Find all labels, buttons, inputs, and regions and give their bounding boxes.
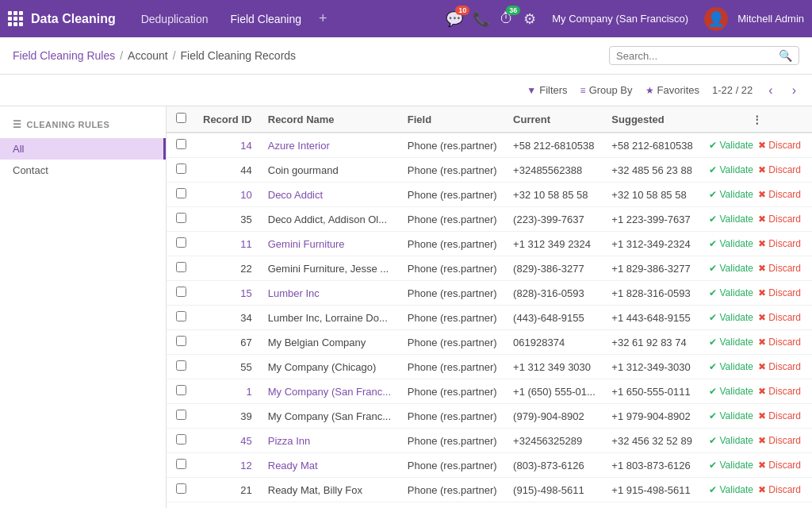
record-id-link[interactable]: 14	[240, 140, 251, 152]
discard-button[interactable]: ✖ Discard	[758, 312, 801, 323]
row-actions: ✔ Validate✖ Discard	[709, 435, 804, 446]
row-checkbox[interactable]	[176, 360, 186, 371]
timer-button[interactable]: ⏱ 36	[500, 10, 514, 27]
table-row: 39My Company (San Franc...Phone (res.par…	[167, 404, 812, 429]
row-checkbox[interactable]	[176, 287, 186, 297]
discard-button[interactable]: ✖ Discard	[758, 361, 801, 372]
row-checkbox[interactable]	[176, 459, 186, 469]
record-name-link[interactable]: Deco Addict	[268, 189, 323, 201]
favorites-button[interactable]: ★ Favorites	[645, 84, 699, 96]
record-name-link[interactable]: My Company (San Franc...	[268, 386, 391, 398]
row-checkbox[interactable]	[176, 237, 186, 248]
sidebar-item-contact[interactable]: Contact	[0, 160, 166, 181]
discard-button[interactable]: ✖ Discard	[758, 214, 801, 225]
discard-button[interactable]: ✖ Discard	[758, 164, 801, 175]
record-id-link[interactable]: 15	[240, 287, 251, 299]
row-checkbox[interactable]	[176, 139, 186, 149]
discard-button[interactable]: ✖ Discard	[758, 460, 801, 471]
menu-icon: ☰	[13, 119, 22, 130]
record-id-link[interactable]: 45	[240, 435, 251, 447]
record-id-link[interactable]: 10	[240, 189, 251, 201]
validate-button[interactable]: ✔ Validate	[709, 164, 753, 175]
discard-button[interactable]: ✖ Discard	[758, 263, 801, 274]
row-checkbox[interactable]	[176, 434, 186, 444]
avatar[interactable]: 👤	[704, 7, 728, 31]
discard-button[interactable]: ✖ Discard	[758, 140, 801, 151]
validate-button[interactable]: ✔ Validate	[709, 214, 753, 225]
row-checkbox[interactable]	[176, 164, 186, 174]
record-name: My Company (Chicago)	[260, 355, 400, 379]
sidebar-header: ☰ Cleaning Rules	[0, 116, 166, 138]
row-checkbox[interactable]	[176, 410, 186, 420]
grid-icon[interactable]	[8, 11, 23, 26]
row-checkbox[interactable]	[176, 483, 186, 494]
validate-button[interactable]: ✔ Validate	[709, 484, 753, 495]
discard-button[interactable]: ✖ Discard	[758, 386, 801, 397]
validate-button[interactable]: ✔ Validate	[709, 263, 753, 274]
record-name-link[interactable]: Pizza Inn	[268, 435, 310, 447]
discard-button[interactable]: ✖ Discard	[758, 189, 801, 200]
discard-button[interactable]: ✖ Discard	[758, 238, 801, 249]
field-value: Phone (res.partner)	[400, 429, 505, 453]
discard-button[interactable]: ✖ Discard	[758, 337, 801, 348]
discard-button[interactable]: ✖ Discard	[758, 410, 801, 421]
breadcrumb-sep-1: /	[120, 49, 123, 62]
nav-deduplication[interactable]: Deduplication	[132, 10, 218, 29]
field-value: Phone (res.partner)	[400, 207, 505, 232]
breadcrumb-field-cleaning-rules[interactable]: Field Cleaning Rules	[13, 49, 115, 62]
filters-button[interactable]: ▼ Filters	[527, 84, 567, 96]
col-actions-header[interactable]: ⋮	[701, 106, 812, 133]
suggested-value: +1 828-316-0593	[603, 281, 701, 306]
validate-button[interactable]: ✔ Validate	[709, 312, 753, 323]
current-value: +58 212-6810538	[505, 133, 603, 158]
group-by-button[interactable]: ≡ Group By	[580, 84, 633, 96]
table-row: 44Coin gourmandPhone (res.partner)+32485…	[167, 158, 812, 183]
row-actions: ✔ Validate✖ Discard	[709, 484, 804, 495]
breadcrumb-bar: Field Cleaning Rules / Account / Field C…	[0, 37, 812, 75]
validate-button[interactable]: ✔ Validate	[709, 361, 753, 372]
validate-button[interactable]: ✔ Validate	[709, 410, 753, 421]
row-checkbox[interactable]	[176, 336, 186, 346]
next-page-button[interactable]: ›	[789, 83, 799, 98]
validate-button[interactable]: ✔ Validate	[709, 386, 753, 397]
record-id-link[interactable]: 1	[247, 386, 252, 398]
row-checkbox[interactable]	[176, 311, 186, 321]
validate-button[interactable]: ✔ Validate	[709, 460, 753, 471]
record-id: 21	[195, 478, 260, 502]
discard-button[interactable]: ✖ Discard	[758, 287, 801, 298]
current-value: 061928374	[505, 330, 603, 355]
prev-page-button[interactable]: ‹	[765, 83, 776, 98]
row-checkbox[interactable]	[176, 262, 186, 272]
validate-button[interactable]: ✔ Validate	[709, 238, 753, 249]
record-name-link[interactable]: Lumber Inc	[268, 287, 320, 299]
row-checkbox[interactable]	[176, 188, 186, 198]
table-row: 45Pizza InnPhone (res.partner)+324563252…	[167, 429, 812, 453]
record-name-link[interactable]: Azure Interior	[268, 140, 330, 152]
select-all-checkbox[interactable]	[176, 113, 186, 123]
discard-button[interactable]: ✖ Discard	[758, 484, 801, 495]
app-name: Data Cleaning	[8, 11, 116, 26]
nav-field-cleaning[interactable]: Field Cleaning	[221, 10, 312, 29]
record-id-link[interactable]: 12	[240, 460, 251, 471]
field-value: Phone (res.partner)	[400, 404, 505, 429]
sidebar-item-all[interactable]: All	[0, 138, 166, 160]
row-checkbox[interactable]	[176, 385, 186, 395]
record-name-link[interactable]: Gemini Furniture	[268, 238, 345, 250]
validate-button[interactable]: ✔ Validate	[709, 189, 753, 200]
record-name-link[interactable]: Ready Mat	[268, 460, 318, 471]
row-checkbox[interactable]	[176, 213, 186, 223]
validate-button[interactable]: ✔ Validate	[709, 435, 753, 446]
record-id-link[interactable]: 11	[240, 238, 251, 250]
search-input[interactable]	[616, 50, 779, 62]
validate-button[interactable]: ✔ Validate	[709, 140, 753, 151]
validate-button[interactable]: ✔ Validate	[709, 337, 753, 348]
table-row: 35Deco Addict, Addison Ol...Phone (res.p…	[167, 207, 812, 232]
validate-button[interactable]: ✔ Validate	[709, 287, 753, 298]
settings-button[interactable]: ⚙	[523, 10, 536, 28]
notifications-button[interactable]: 💬 10	[446, 10, 463, 28]
search-icon: 🔍	[779, 49, 792, 62]
nav-add-button[interactable]: +	[314, 10, 332, 27]
discard-button[interactable]: ✖ Discard	[758, 435, 801, 446]
phone-button[interactable]: 📞	[473, 10, 490, 28]
record-id: 35	[195, 207, 260, 232]
